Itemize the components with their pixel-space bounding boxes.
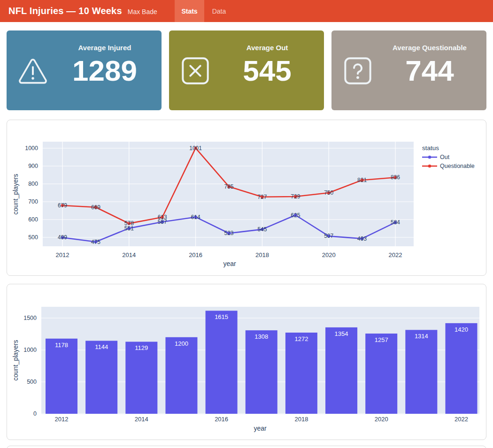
svg-text:800: 800 xyxy=(28,181,38,187)
svg-text:523: 523 xyxy=(224,230,233,236)
svg-text:669: 669 xyxy=(91,204,100,211)
svg-text:1000: 1000 xyxy=(23,347,37,353)
svg-text:475: 475 xyxy=(91,239,100,245)
stat-card-questionable: Average Questionable 744 xyxy=(331,30,486,110)
app-header: NFL Injuries — 10 Weeks Max Bade Stats D… xyxy=(0,0,493,22)
svg-text:500: 500 xyxy=(27,379,37,385)
stat-cards-row: Average Injured 1289 Average Out 545 Ave… xyxy=(7,30,486,110)
svg-text:2014: 2014 xyxy=(122,251,136,258)
stat-card-title: Average Questionable xyxy=(393,44,467,52)
svg-text:578: 578 xyxy=(124,220,134,227)
svg-text:785: 785 xyxy=(224,183,233,190)
svg-text:0: 0 xyxy=(33,410,37,417)
stat-card-value: 744 xyxy=(405,56,454,85)
next-card-peek xyxy=(7,446,486,448)
svg-text:status: status xyxy=(422,144,439,152)
tab-stats[interactable]: Stats xyxy=(175,0,204,22)
svg-text:729: 729 xyxy=(291,193,300,200)
bar-chart[interactable]: 0500100015001178114411291200161513081272… xyxy=(7,284,486,440)
svg-text:727: 727 xyxy=(257,194,267,200)
svg-text:545: 545 xyxy=(257,226,267,233)
title-wrap: NFL Injuries — 10 Weeks Max Bade xyxy=(0,6,157,16)
svg-text:500: 500 xyxy=(28,234,38,241)
svg-text:year: year xyxy=(223,260,236,267)
stat-card-text: Average Injured 1289 xyxy=(52,30,158,110)
svg-text:2020: 2020 xyxy=(322,251,336,258)
stat-card-out: Average Out 545 xyxy=(169,30,324,110)
svg-text:1272: 1272 xyxy=(294,335,308,342)
svg-text:625: 625 xyxy=(291,212,300,219)
svg-text:2012: 2012 xyxy=(55,416,69,423)
svg-text:493: 493 xyxy=(357,235,367,242)
svg-text:1129: 1129 xyxy=(135,344,148,351)
page-title: NFL Injuries — 10 Weeks xyxy=(8,6,122,16)
svg-text:836: 836 xyxy=(391,174,400,181)
svg-text:750: 750 xyxy=(324,190,333,196)
stat-card-title: Average Injured xyxy=(78,44,131,52)
svg-text:1000: 1000 xyxy=(25,145,38,152)
svg-text:2018: 2018 xyxy=(255,251,269,258)
svg-text:1144: 1144 xyxy=(95,343,108,350)
svg-text:1420: 1420 xyxy=(454,326,468,333)
x-square-icon xyxy=(180,56,210,86)
svg-text:Out: Out xyxy=(440,154,450,160)
svg-text:2018: 2018 xyxy=(294,416,308,423)
svg-text:count_players: count_players xyxy=(12,340,19,380)
svg-text:1354: 1354 xyxy=(335,330,348,337)
svg-text:679: 679 xyxy=(58,202,67,209)
svg-text:2016: 2016 xyxy=(189,251,202,258)
svg-text:1615: 1615 xyxy=(215,313,228,320)
svg-text:700: 700 xyxy=(28,198,38,205)
svg-text:600: 600 xyxy=(28,216,38,223)
svg-text:2022: 2022 xyxy=(454,416,468,423)
svg-text:2016: 2016 xyxy=(215,416,228,423)
svg-text:2020: 2020 xyxy=(375,416,388,423)
stat-card-text: Average Out 545 xyxy=(214,30,320,110)
stat-card-value: 1289 xyxy=(72,56,137,85)
stat-card-injured: Average Injured 1289 xyxy=(7,30,162,110)
tab-data[interactable]: Data xyxy=(204,0,234,22)
page-subtitle: Max Bade xyxy=(128,8,157,15)
bar-chart-card: 0500100015001178114411291200161513081272… xyxy=(7,284,486,440)
svg-text:499: 499 xyxy=(58,234,67,241)
stat-card-title: Average Out xyxy=(246,44,288,52)
svg-text:613: 613 xyxy=(158,214,167,220)
line-chart-card: 2012201420162018202020225006007008009001… xyxy=(7,120,486,276)
svg-text:614: 614 xyxy=(191,214,200,220)
svg-text:2022: 2022 xyxy=(389,251,402,258)
svg-text:2012: 2012 xyxy=(56,251,69,258)
svg-text:584: 584 xyxy=(391,219,400,226)
line-chart[interactable]: 2012201420162018202020225006007008009001… xyxy=(7,120,486,275)
svg-text:1200: 1200 xyxy=(175,340,188,347)
svg-text:2014: 2014 xyxy=(135,416,148,423)
svg-text:1178: 1178 xyxy=(55,342,68,349)
svg-text:1308: 1308 xyxy=(254,333,268,340)
svg-text:1314: 1314 xyxy=(415,333,428,340)
stat-card-text: Average Questionable 744 xyxy=(377,30,483,110)
tab-strip: Stats Data xyxy=(175,0,234,22)
svg-text:900: 900 xyxy=(28,163,38,169)
svg-text:year: year xyxy=(254,425,267,432)
svg-text:821: 821 xyxy=(357,177,367,183)
svg-text:1500: 1500 xyxy=(23,315,37,321)
warning-triangle-icon xyxy=(18,56,48,86)
svg-text:1257: 1257 xyxy=(375,336,388,343)
svg-text:count_players: count_players xyxy=(12,174,19,214)
stat-card-value: 545 xyxy=(243,56,291,85)
svg-text:Questionable: Questionable xyxy=(440,163,475,169)
svg-text:507: 507 xyxy=(324,233,333,239)
question-square-icon xyxy=(343,56,373,86)
svg-text:1001: 1001 xyxy=(189,145,202,152)
